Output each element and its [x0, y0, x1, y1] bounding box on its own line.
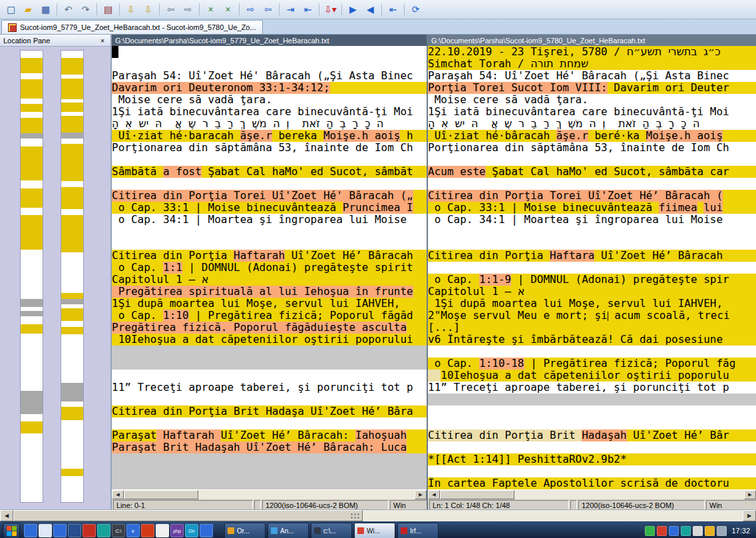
close-icon[interactable]: × — [98, 37, 107, 45]
diff-dropdown-button[interactable]: ⇩▾ — [322, 1, 339, 18]
copy-left-advance-button[interactable]: ⇤ — [299, 1, 316, 18]
file-compare-tab[interactable]: Sucot-iom9_5779_Ue_Zoet_HeBaracah.txt - … — [1, 20, 263, 34]
diff-map-segment — [21, 146, 43, 181]
scroll-left-arrow-icon[interactable]: ◀ — [428, 490, 440, 499]
text-segment: Simchat Torah / שמחת תורה — [428, 58, 588, 70]
text-line: *[[Act 1:14]] PeshittaROv2.9b2* — [428, 453, 756, 465]
quick-launch-icon-11[interactable]: php — [170, 524, 184, 537]
location-map-column-1[interactable] — [20, 50, 43, 503]
diff-map-segment — [61, 327, 83, 334]
right-pane-path[interactable]: G:\Documents\Parsha\Sucot-iom9_5780_Ue_Z… — [428, 35, 756, 46]
tray-icon-3[interactable] — [669, 526, 679, 536]
text-line — [428, 405, 756, 417]
redo-button[interactable]: ↷ — [77, 1, 94, 18]
taskbar-window-1[interactable]: Or... — [224, 523, 266, 538]
quick-launch-icon-2[interactable] — [39, 524, 52, 537]
copy-right-advance-button[interactable]: ⇥ — [282, 1, 299, 18]
quick-launch-icon-10[interactable] — [156, 524, 169, 537]
text-segment: Uî·ziat hé·bâracah — [428, 130, 556, 142]
toolbar-separator — [404, 3, 405, 15]
left-pane-hscrollbar[interactable]: ◀ ▶ — [112, 489, 427, 499]
taskbar-window-4[interactable]: Wi... — [354, 523, 395, 538]
scroll-thumb[interactable] — [440, 490, 514, 499]
start-button[interactable] — [3, 523, 20, 538]
refresh-button[interactable]: ⟳ — [407, 1, 424, 18]
scroll-track[interactable] — [363, 510, 743, 521]
window-hscrollbar[interactable]: ◀ ▶ — [0, 509, 756, 521]
open-button[interactable]: ▰ — [20, 1, 37, 18]
toolbar-separator — [239, 3, 240, 15]
save-left-button[interactable]: ⇩ — [122, 1, 139, 18]
taskbar-clock[interactable]: 17:32 — [731, 527, 750, 535]
tray-icon-1[interactable] — [645, 526, 655, 536]
scroll-right-arrow-icon[interactable]: ▶ — [743, 510, 756, 521]
text-line — [112, 477, 427, 489]
quick-launch-icon-8[interactable]: e — [126, 524, 140, 537]
scroll-right-arrow-icon[interactable]: ▶ — [415, 490, 427, 499]
scroll-right-arrow-icon[interactable]: ▶ — [744, 490, 756, 499]
scroll-left-arrow-icon[interactable]: ◀ — [0, 510, 13, 521]
save-right-button[interactable]: ⇩ — [140, 1, 156, 18]
options-button[interactable]: ▤ — [100, 1, 116, 18]
scroll-thumb[interactable] — [13, 510, 363, 521]
taskbar-window-2[interactable]: An... — [268, 523, 309, 538]
left-pane-text[interactable]: Paraşah 54: Uî'Zoet Hé' Bâracah („Şi Ast… — [112, 46, 427, 489]
toolbar-separator — [319, 3, 319, 15]
quick-launch-icon-6[interactable] — [97, 524, 110, 537]
taskbar-window-buttons: Or...An...c:\...Wi...Irf... — [224, 523, 439, 538]
diff-map-segment — [61, 321, 83, 326]
first-diff-icon: ⇤ — [389, 4, 397, 15]
text-segment: Pregătirea fizică. Poporul făgăduieşte a… — [112, 322, 407, 334]
prev-file-button[interactable]: ⇦ — [162, 1, 179, 18]
quick-launch-icon-12[interactable]: On — [185, 524, 198, 537]
save-left-icon: ⇩ — [127, 4, 135, 15]
tray-icon-4[interactable] — [681, 526, 691, 536]
right-pane-hscrollbar[interactable]: ◀ ▶ — [428, 489, 756, 499]
next-file-button[interactable]: ⇨ — [180, 1, 196, 18]
scroll-track[interactable] — [514, 490, 744, 499]
location-map-column-2[interactable] — [61, 50, 84, 503]
left-pane-path[interactable]: G:\Documents\Parsha\Sucot-iom9_5779_Ue_Z… — [112, 35, 427, 46]
scroll-thumb[interactable] — [124, 490, 198, 499]
quick-launch-icon-7[interactable]: C:\ — [112, 524, 125, 537]
scroll-track[interactable] — [198, 490, 415, 499]
text-segment — [428, 370, 441, 382]
diff-map-segment — [21, 118, 43, 133]
text-line: În cartea Faptele Apostolilor scrisă de … — [428, 477, 756, 489]
text-segment: o Cap. 34:1 | Moartea şi îngroparea lui … — [112, 214, 407, 226]
merge-mode-button[interactable]: × — [202, 1, 219, 18]
copy-right-button[interactable]: ⇨ — [242, 1, 259, 18]
location-map[interactable] — [0, 47, 110, 509]
splitter-grip-icon[interactable] — [350, 513, 361, 519]
undo-button[interactable]: ↶ — [60, 1, 77, 18]
quick-launch-icon-9[interactable] — [141, 524, 154, 537]
prev-diff-button[interactable]: ◀ — [362, 1, 379, 18]
quick-launch-icon-5[interactable] — [83, 524, 96, 537]
auto-merge-button[interactable]: × — [220, 1, 236, 18]
copy-left-button[interactable]: ⇦ — [260, 1, 276, 18]
tray-icon-7[interactable] — [717, 526, 727, 536]
next-diff-button[interactable]: ▶ — [345, 1, 361, 18]
scroll-left-arrow-icon[interactable]: ◀ — [112, 490, 124, 499]
quick-launch-icon-13[interactable] — [200, 524, 213, 537]
text-line: Simchat Torah / שמחת תורה — [428, 58, 756, 70]
taskbar-window-5[interactable]: Irf... — [397, 523, 439, 538]
quick-launch-icon-1[interactable] — [24, 524, 37, 537]
tray-icon-5[interactable] — [693, 526, 703, 536]
tray-icon-2[interactable] — [657, 526, 667, 536]
save-button[interactable]: ▦ — [37, 1, 54, 18]
toolbar-separator — [199, 3, 200, 15]
text-line: 11” Treceţi aproape taberei, şi porunciţ… — [428, 382, 756, 394]
right-pane-text[interactable]: 22.10.2019 - 23 Tişrei, 5780 / כ״ג בתשרי… — [428, 46, 756, 489]
new-document-button[interactable]: ▢ — [3, 1, 19, 18]
quick-launch-icon-4[interactable] — [68, 524, 81, 537]
taskbar-window-3[interactable]: c:\... — [311, 523, 352, 538]
tab-label: Sucot-iom9_5779_Ue_Zoet_HeBaracah.txt - … — [20, 23, 256, 31]
quick-launch-icon-3[interactable] — [53, 524, 67, 537]
diff-map-segment — [21, 208, 43, 215]
text-line: Porţionarea din săptămâna 53, înainte de… — [112, 142, 427, 154]
first-diff-button[interactable]: ⇤ — [385, 1, 401, 18]
text-segment — [697, 202, 704, 214]
tray-icon-6[interactable] — [705, 526, 715, 536]
text-segment: lui — [703, 202, 723, 214]
